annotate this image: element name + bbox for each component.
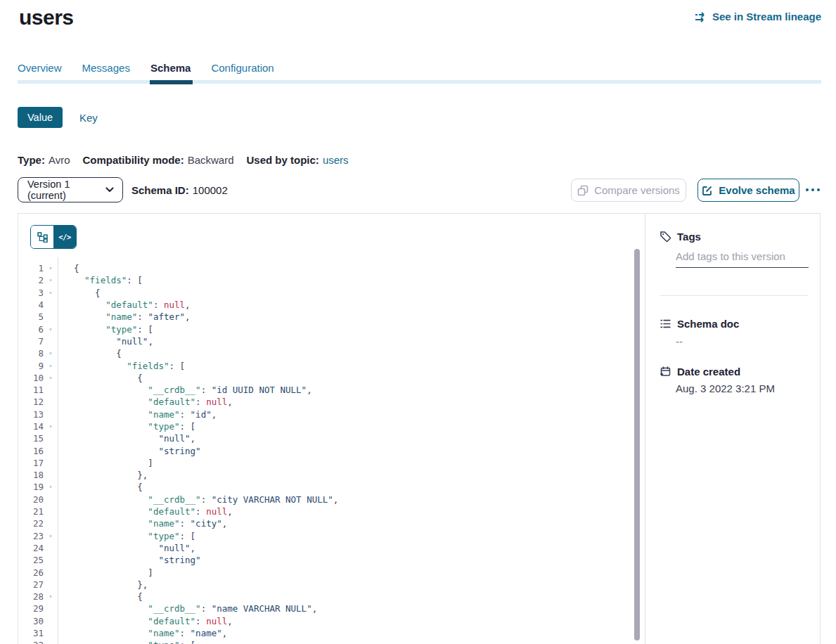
- code-text: {: [58, 482, 143, 492]
- code-line: 5 "name": "after",: [18, 311, 645, 323]
- value-toggle-button[interactable]: Value: [18, 107, 63, 128]
- topic-link[interactable]: users: [323, 154, 349, 166]
- code-line: 30 "default": null,: [18, 615, 645, 627]
- code-text: "__crdb__": "name VARCHAR NULL",: [58, 603, 317, 614]
- fold-toggle-icon[interactable]: ▾: [44, 350, 58, 356]
- code-text: "string": [58, 555, 201, 565]
- code-text: },: [58, 579, 148, 590]
- code-pane: </> 1▾{2▾ "fields": [3▾ {4 "default": nu…: [18, 214, 645, 644]
- tab-bar: Overview Messages Schema Configuration: [18, 62, 274, 78]
- vertical-scrollbar[interactable]: [634, 249, 640, 640]
- line-number: 8: [18, 348, 44, 359]
- date-created-header: Date created: [660, 366, 740, 378]
- line-number: 24: [18, 543, 44, 553]
- add-tags-input[interactable]: [676, 250, 809, 268]
- compare-versions-button[interactable]: Compare versions: [571, 179, 686, 202]
- code-line: 24 "null",: [18, 542, 645, 554]
- tree-view-button[interactable]: [31, 226, 53, 248]
- code-line: 10▾ {: [18, 372, 645, 384]
- code-line: 17 ]: [18, 457, 645, 469]
- view-toggle: </>: [30, 225, 77, 249]
- tab-configuration[interactable]: Configuration: [211, 62, 274, 78]
- line-number: 4: [18, 300, 44, 310]
- tags-section-header: Tags: [660, 231, 701, 243]
- code-text: "type": [: [58, 421, 195, 432]
- version-select[interactable]: Version 1 (current): [18, 177, 123, 202]
- code-text: "name": "name",: [58, 628, 227, 638]
- line-number: 22: [18, 518, 44, 529]
- key-toggle-button[interactable]: Key: [79, 112, 98, 124]
- tab-track: [18, 80, 821, 84]
- line-number: 11: [18, 385, 44, 395]
- code-line: 29 "__crdb__": "name VARCHAR NULL",: [18, 603, 645, 614]
- compatibility-value: Backward: [188, 154, 234, 166]
- code-line: 16 "string": [18, 444, 645, 456]
- code-text: "name": "city",: [58, 518, 227, 529]
- calendar-add-icon: [660, 366, 671, 378]
- code-text: },: [58, 470, 148, 480]
- code-view-icon: </>: [58, 233, 70, 241]
- schema-tree-icon: [37, 232, 48, 243]
- code-text: "default": null,: [58, 300, 191, 310]
- line-number: 9: [18, 361, 44, 371]
- schema-id-value: 100002: [193, 184, 228, 196]
- type-label: Type:: [18, 154, 45, 166]
- more-options-button[interactable]: [806, 183, 825, 197]
- tab-overview[interactable]: Overview: [18, 62, 62, 78]
- fold-toggle-icon[interactable]: ▾: [44, 277, 58, 283]
- tab-messages[interactable]: Messages: [82, 62, 130, 78]
- schema-id-label: Schema ID:: [131, 184, 189, 196]
- fold-toggle-icon[interactable]: ▾: [44, 593, 58, 600]
- date-created-value: Aug. 3 2022 3:21 PM: [676, 382, 775, 394]
- fold-toggle-icon[interactable]: ▾: [44, 290, 58, 296]
- date-created-title: Date created: [677, 366, 740, 378]
- fold-toggle-icon[interactable]: ▾: [44, 265, 58, 271]
- evolve-schema-button[interactable]: Evolve schema: [697, 179, 799, 202]
- code-line: 7 "null",: [18, 335, 645, 347]
- code-line: 32▾ "type": [: [18, 639, 645, 644]
- code-text: {: [58, 263, 79, 273]
- code-text: {: [58, 373, 143, 383]
- code-text: "name": "id",: [58, 409, 217, 420]
- tab-schema[interactable]: Schema: [150, 62, 191, 78]
- line-number: 5: [18, 311, 44, 322]
- code-line: 26 ]: [18, 566, 645, 578]
- code-editor[interactable]: 1▾{2▾ "fields": [3▾ {4 "default": null,5…: [18, 262, 645, 644]
- fold-toggle-icon[interactable]: ▾: [44, 484, 58, 490]
- fold-toggle-icon[interactable]: ▾: [44, 533, 58, 539]
- fold-toggle-icon[interactable]: ▾: [44, 423, 58, 430]
- code-line: 22 "name": "city",: [18, 517, 645, 529]
- line-number: 7: [18, 336, 44, 347]
- line-number: 1: [18, 263, 44, 273]
- schema-panel: </> 1▾{2▾ "fields": [3▾ {4 "default": nu…: [18, 213, 821, 644]
- fold-toggle-icon[interactable]: ▾: [44, 375, 58, 381]
- line-number: 29: [18, 603, 44, 614]
- code-text: "null",: [58, 543, 195, 553]
- code-line: 27 },: [18, 579, 645, 591]
- lineage-link-label: See in Stream lineage: [712, 11, 821, 22]
- fold-toggle-icon[interactable]: ▾: [44, 326, 58, 333]
- code-line: 15 "null",: [18, 432, 645, 444]
- code-line: 31 "name": "name",: [18, 627, 645, 639]
- line-number: 16: [18, 446, 44, 456]
- line-number: 2: [18, 275, 44, 285]
- code-line: 12 "default": null,: [18, 396, 645, 408]
- code-text: {: [58, 288, 101, 298]
- code-text: "null",: [58, 433, 195, 444]
- code-text: "fields": [: [58, 275, 143, 285]
- line-number: 31: [18, 628, 44, 638]
- code-text: "default": null,: [58, 506, 233, 517]
- line-number: 21: [18, 506, 44, 517]
- code-line: 18 },: [18, 469, 645, 481]
- schema-doc-value: --: [676, 335, 683, 347]
- fold-toggle-icon[interactable]: ▾: [44, 363, 58, 369]
- line-number: 20: [18, 494, 44, 505]
- tag-icon: [660, 231, 671, 243]
- line-number: 30: [18, 616, 44, 626]
- code-text: ]: [58, 458, 153, 468]
- code-view-button[interactable]: </>: [53, 226, 76, 248]
- code-line: 1▾{: [18, 262, 645, 274]
- used-by-topic-label: Used by topic:: [247, 154, 319, 166]
- see-in-stream-lineage-link[interactable]: See in Stream lineage: [695, 11, 821, 22]
- evolve-button-label: Evolve schema: [719, 184, 795, 196]
